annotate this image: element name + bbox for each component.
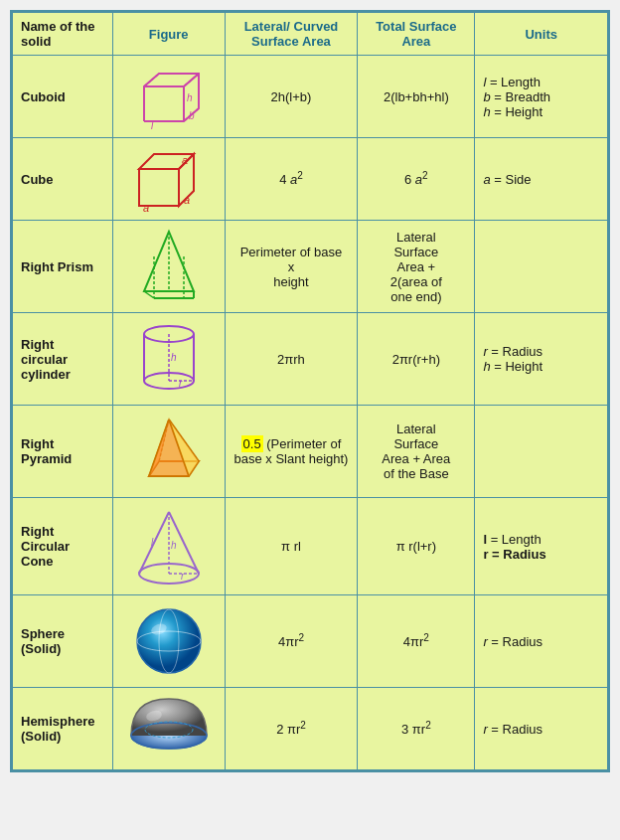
header-units: Units	[475, 13, 608, 56]
solid-name-cell: Right Pyramid	[13, 406, 113, 498]
svg-text:a: a	[143, 202, 149, 214]
solid-name-cell: Right circular cylinder	[13, 313, 113, 406]
table-row: Hemisphere (Solid)	[13, 688, 608, 770]
units-cell	[475, 406, 608, 498]
units-cell: r = Radius	[475, 688, 608, 770]
figure-cell: a a a	[112, 138, 225, 221]
figure-cell	[112, 406, 225, 498]
svg-text:h: h	[171, 352, 177, 363]
total-surface-cell: 6 a2	[358, 138, 475, 221]
units-cell: r = Radiush = Height	[475, 313, 608, 406]
surface-area-table: Name of the solid Figure Lateral/ Curved…	[12, 12, 608, 770]
figure-cell	[112, 688, 225, 770]
header-total: Total Surface Area	[358, 13, 475, 56]
header-lateral: Lateral/ Curved Surface Area	[225, 13, 358, 56]
total-surface-cell: 2(lb+bh+hl)	[358, 56, 475, 138]
lateral-surface-cell: 4 a2	[225, 138, 358, 221]
table-row: Right circular cylinder h r 2πrh2πr(r+h)…	[13, 313, 608, 406]
units-cell: l = Lengthr = Radius	[475, 498, 608, 595]
svg-text:h: h	[171, 540, 177, 551]
svg-marker-0	[144, 86, 184, 121]
total-surface-cell: 2πr(r+h)	[358, 313, 475, 406]
solid-name-cell: Hemisphere (Solid)	[13, 688, 113, 770]
solid-name-cell: Cuboid	[13, 56, 113, 138]
lateral-surface-cell: 0.5 (Perimeter of base x Slant height)	[225, 406, 358, 498]
shape-image: h r l	[121, 504, 217, 588]
header-name: Name of the solid	[13, 13, 113, 56]
units-cell	[475, 221, 608, 313]
figure-cell	[112, 221, 225, 313]
table-row: Cuboid h b l 2h(l+b)2(lb+bh+hl)l = Lengt…	[13, 56, 608, 138]
svg-text:a: a	[182, 154, 188, 166]
lateral-surface-cell: π rl	[225, 498, 358, 595]
lateral-surface-cell: 2πrh	[225, 313, 358, 406]
lateral-surface-cell: Perimeter of basexheight	[225, 221, 358, 313]
units-cell: r = Radius	[475, 595, 608, 688]
shape-image	[121, 694, 217, 763]
table-row: Sphere (Solid) 4πr24πr2r = Radius	[13, 595, 608, 688]
table-row: Right Circular Cone h r l π rlπ r(l+r)l …	[13, 498, 608, 595]
table-row: Right Pyramid 0.5 (Perimeter of base x S…	[13, 406, 608, 498]
units-cell: a = Side	[475, 138, 608, 221]
figure-cell: h r l	[112, 498, 225, 595]
svg-text:h: h	[187, 92, 193, 103]
figure-cell	[112, 595, 225, 688]
units-cell: l = Lengthb = Breadthh = Height	[475, 56, 608, 138]
shape-image: h b l	[121, 62, 217, 131]
shape-image	[121, 227, 217, 306]
shape-image	[121, 412, 217, 491]
solid-name-cell: Right Prism	[13, 221, 113, 313]
solid-name-cell: Sphere (Solid)	[13, 595, 113, 688]
solid-name-cell: Right Circular Cone	[13, 498, 113, 595]
figure-cell: h r	[112, 313, 225, 406]
total-surface-cell: 4πr2	[358, 595, 475, 688]
main-table-wrapper: Name of the solid Figure Lateral/ Curved…	[10, 10, 610, 772]
lateral-surface-cell: 2 πr2	[225, 688, 358, 770]
svg-line-3	[184, 74, 199, 86]
lateral-surface-cell: 2h(l+b)	[225, 56, 358, 138]
svg-point-47	[137, 609, 201, 673]
header-row: Name of the solid Figure Lateral/ Curved…	[13, 13, 608, 56]
total-surface-cell: π r(l+r)	[358, 498, 475, 595]
svg-text:r: r	[181, 571, 185, 582]
figure-cell: h b l	[112, 56, 225, 138]
shape-image: h r	[121, 319, 217, 399]
table-row: Cube a a a 4 a26 a2a = Side	[13, 138, 608, 221]
lateral-surface-cell: 4πr2	[225, 595, 358, 688]
svg-line-22	[144, 291, 154, 298]
svg-text:a: a	[184, 194, 190, 206]
header-figure: Figure	[112, 13, 225, 56]
svg-text:b: b	[189, 110, 195, 121]
svg-marker-9	[139, 169, 179, 206]
total-surface-cell: LateralSurfaceArea +2(area ofone end)	[358, 221, 475, 313]
total-surface-cell: LateralSurfaceArea + Areaof the Base	[358, 406, 475, 498]
shape-image	[121, 601, 217, 681]
solid-name-cell: Cube	[13, 138, 113, 221]
total-surface-cell: 3 πr2	[358, 688, 475, 770]
table-row: Right Prism Perimeter of basexheightLate…	[13, 221, 608, 313]
shape-image: a a a	[121, 144, 217, 214]
